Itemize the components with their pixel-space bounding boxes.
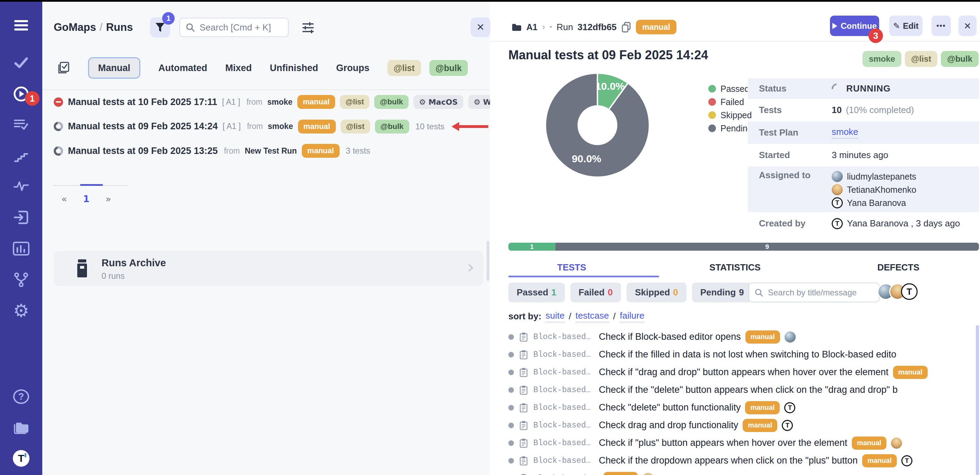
sort-option-suite[interactable]: suite [546, 310, 565, 322]
test-status-dot [508, 458, 514, 464]
tests-search-input[interactable] [767, 287, 869, 298]
top-border [0, 0, 980, 2]
page-current[interactable]: 1 [83, 193, 90, 204]
test-list-item[interactable]: Block-based…Check if Block-based editor … [508, 328, 975, 346]
tab-statistics[interactable]: STATISTICS [653, 258, 816, 277]
breadcrumb-project-code[interactable]: A1 [527, 22, 538, 32]
test-list-item[interactable]: Block-based…Check drag and drop function… [508, 416, 975, 434]
run-list-item[interactable]: Manual tests at 09 Feb 2025 13:25fromNew… [54, 141, 487, 161]
filter-chip-pending[interactable]: Pending9 [692, 282, 752, 302]
test-list-item[interactable]: Block-based…Check if "plus" button appea… [508, 434, 975, 452]
test-list-item[interactable]: Block-based…Check if the filled in data … [508, 346, 975, 363]
more-actions-button[interactable]: ••• [931, 16, 951, 36]
run-tag: manual [298, 120, 336, 134]
progress-segment: 1 [508, 243, 555, 251]
filter-chip-failed[interactable]: Failed0 [570, 282, 621, 302]
test-list-item[interactable]: Block-based…Check if the "delete" button… [508, 381, 975, 399]
tab-mixed[interactable]: Mixed [225, 63, 252, 73]
avatar-photo [784, 332, 795, 343]
runs-archive-card[interactable]: Runs Archive 0 runs › [54, 251, 484, 286]
search-box[interactable] [180, 18, 289, 37]
avatar-photo [891, 438, 902, 449]
test-title[interactable]: Check if the "delete" button appears whe… [599, 384, 897, 395]
sort-option-testcase[interactable]: testcase [576, 310, 609, 322]
test-list-item[interactable]: Block-based…Check "delete" button functi… [508, 399, 975, 416]
copy-icon[interactable] [621, 21, 632, 33]
assignee-avatars[interactable]: T [877, 283, 918, 300]
right-scrollbar-thumb[interactable] [976, 325, 979, 475]
bulk-select-icon[interactable] [56, 61, 70, 75]
annotation-badge-1: 1 [25, 91, 40, 106]
test-title[interactable]: Check drag and drop functionality [599, 420, 738, 430]
run-list-item[interactable]: Manual tests at 09 Feb 2025 14:24[ A1 ]f… [54, 117, 487, 136]
run-source: smoke [268, 122, 293, 131]
run-title[interactable]: Manual tests at 09 Feb 2025 14:24 [68, 121, 218, 132]
run-tag: @list [340, 120, 370, 134]
help-icon[interactable]: ? [0, 388, 42, 405]
breadcrumb-page[interactable]: Runs [106, 21, 133, 33]
search-input[interactable] [199, 22, 280, 33]
run-type-tag: manual [636, 20, 676, 34]
list-check-icon[interactable] [0, 117, 42, 132]
page-next[interactable]: » [105, 193, 111, 204]
test-title[interactable]: Check "delete" button functionality [599, 402, 741, 413]
page-prev[interactable]: « [61, 193, 67, 204]
close-panel-button[interactable]: ✕ [471, 18, 490, 37]
steps-icon[interactable] [0, 149, 42, 164]
chip-count: 1 [551, 287, 556, 298]
settings-gear-icon[interactable]: ⚙ [0, 302, 42, 320]
avatar-photo [832, 171, 843, 182]
test-title[interactable]: Check if the filled in data is not lost … [599, 349, 896, 360]
test-title[interactable]: Check if "plus" button appears when hove… [599, 438, 847, 448]
tab-automated[interactable]: Automated [158, 63, 207, 73]
test-list-item[interactable]: Block-based…Check if "drag and drop" but… [508, 363, 975, 381]
info-label: Status [759, 83, 832, 94]
menu-icon[interactable] [0, 19, 42, 33]
check-icon[interactable] [0, 55, 42, 70]
archive-count: 0 runs [102, 271, 125, 281]
legend-label: Failed [721, 97, 744, 107]
run-title[interactable]: Manual tests at 09 Feb 2025 13:25 [68, 146, 218, 156]
filter-chip-skipped[interactable]: Skipped0 [627, 282, 686, 302]
test-status-dot [508, 405, 514, 411]
tab-tests[interactable]: TESTS [490, 258, 653, 277]
breadcrumb-project[interactable]: GoMaps [54, 21, 96, 33]
close-details-button[interactable]: ✕ [959, 16, 977, 36]
test-plan-link[interactable]: smoke [832, 126, 858, 139]
sign-in-icon[interactable] [0, 209, 42, 225]
tab-groups[interactable]: Groups [336, 63, 369, 73]
bar-chart-icon[interactable] [0, 241, 42, 256]
run-list-item[interactable]: Manual tests at 10 Feb 2025 17:11[ A1 ]f… [54, 92, 487, 112]
test-title[interactable]: Check if "drag and drop" button appears … [599, 367, 889, 378]
activity-icon[interactable] [0, 179, 42, 194]
branch-icon[interactable] [0, 272, 42, 288]
tab-manual[interactable]: Manual [88, 57, 140, 79]
tests-extra: (10% completed) [846, 105, 914, 115]
tab-defects[interactable]: DEFECTS [817, 258, 980, 277]
adjustments-icon[interactable] [301, 21, 315, 36]
filter-chip-passed[interactable]: Passed1 [508, 282, 565, 302]
test-list-item[interactable]: Block-based…Check if the dropdown appear… [508, 452, 975, 469]
info-label: Test Plan [759, 127, 832, 138]
test-title[interactable]: Check if the dropdown appears when click… [599, 455, 858, 466]
avatar-logo: T [901, 455, 912, 466]
assignee-list: liudmylastepanetsTetianaKhomenkoTYana Ba… [832, 170, 916, 209]
legend-dot [708, 98, 716, 106]
chip-label: Failed [579, 287, 605, 298]
tests-search-box[interactable] [749, 282, 880, 302]
info-value: smoke [832, 126, 858, 139]
test-list-item[interactable]: Block-based…manual [508, 469, 975, 475]
test-title[interactable]: Check if Block-based editor opens [599, 332, 741, 342]
filter-button[interactable]: 1 [150, 18, 170, 37]
run-title[interactable]: Manual tests at 10 Feb 2025 17:11 [68, 97, 217, 107]
assignee-name: TetianaKhomenko [847, 185, 916, 195]
test-status-dot [508, 387, 514, 393]
legend-label: Pending [721, 123, 752, 134]
user-avatar[interactable]: T [0, 450, 42, 467]
folder-icon[interactable] [0, 420, 42, 435]
edit-button[interactable]: ✎ Edit [889, 16, 923, 36]
sort-option-failure[interactable]: failure [620, 310, 644, 322]
donut-label: 90.0% [572, 153, 601, 164]
left-scrollbar-thumb[interactable] [487, 241, 489, 281]
tab-unfinished[interactable]: Unfinished [270, 63, 318, 73]
